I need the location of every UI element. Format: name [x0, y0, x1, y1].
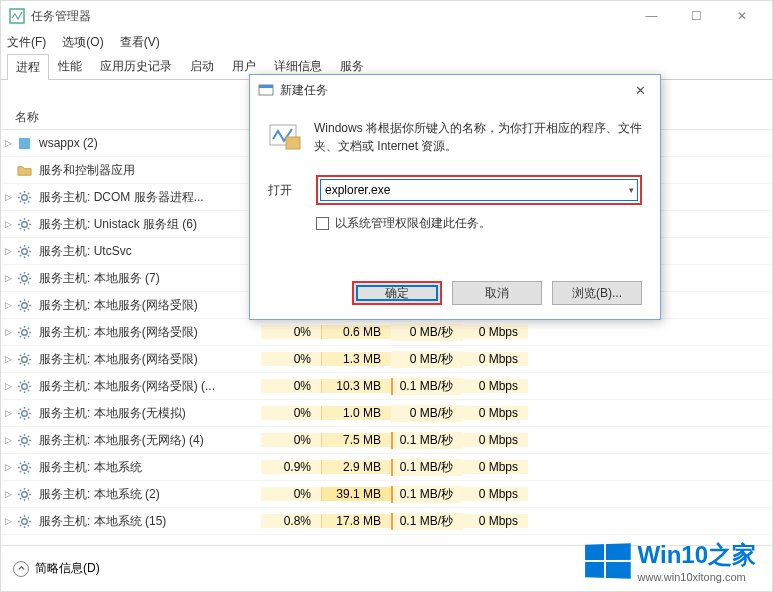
- folder-icon: [15, 162, 33, 178]
- cpu-cell: 0%: [261, 406, 321, 420]
- expand-icon[interactable]: ▷: [1, 246, 15, 256]
- expand-icon[interactable]: ▷: [1, 354, 15, 364]
- disk-cell: 0.1 MB/秒: [391, 378, 463, 395]
- ok-button[interactable]: 确定: [352, 281, 442, 305]
- gear-icon: [15, 243, 33, 259]
- svg-point-4: [21, 248, 27, 254]
- table-row[interactable]: ▷服务主机: 本地系统0.9%2.9 MB0.1 MB/秒0 Mbps: [1, 454, 772, 481]
- close-button[interactable]: ✕: [719, 1, 764, 31]
- window-title: 任务管理器: [31, 8, 629, 25]
- disk-cell: 0.1 MB/秒: [391, 486, 463, 503]
- network-cell: 0 Mbps: [463, 379, 528, 393]
- browse-button[interactable]: 浏览(B)...: [552, 281, 642, 305]
- disk-cell: 0 MB/秒: [391, 405, 463, 422]
- new-task-dialog: 新建任务 ✕ Windows 将根据你所键入的名称，为你打开相应的程序、文件夹、…: [249, 74, 661, 320]
- menu-bar: 文件(F) 选项(O) 查看(V): [1, 31, 772, 53]
- maximize-button[interactable]: ☐: [674, 1, 719, 31]
- tab-startup[interactable]: 启动: [181, 53, 223, 79]
- expand-icon[interactable]: ▷: [1, 462, 15, 472]
- process-name: 服务主机: 本地系统 (15): [39, 513, 261, 530]
- table-row[interactable]: ▷服务主机: 本地系统 (2)0%39.1 MB0.1 MB/秒0 Mbps: [1, 481, 772, 508]
- gear-icon: [15, 270, 33, 286]
- menu-file[interactable]: 文件(F): [7, 34, 46, 51]
- expand-icon[interactable]: ▷: [1, 219, 15, 229]
- dropdown-icon[interactable]: ▾: [629, 185, 634, 195]
- gear-icon: [15, 189, 33, 205]
- memory-cell: 39.1 MB: [321, 487, 391, 501]
- fewer-details-icon[interactable]: [13, 561, 29, 577]
- minimize-button[interactable]: —: [629, 1, 674, 31]
- windows-logo-icon: [585, 543, 631, 578]
- process-name: 服务和控制器应用: [39, 162, 261, 179]
- svg-rect-18: [286, 137, 300, 149]
- cpu-cell: 0.8%: [261, 514, 321, 528]
- gear-icon: [15, 486, 33, 502]
- process-name: 服务主机: 本地服务(网络受限) (...: [39, 378, 261, 395]
- watermark: Win10之家 www.win10xitong.com: [584, 539, 756, 583]
- disk-cell: 0 MB/秒: [391, 351, 463, 368]
- expand-icon[interactable]: ▷: [1, 381, 15, 391]
- table-row[interactable]: ▷服务主机: 本地服务(网络受限)0%0.6 MB0 MB/秒0 Mbps: [1, 319, 772, 346]
- svg-point-9: [21, 383, 27, 389]
- cpu-cell: 0%: [261, 487, 321, 501]
- gear-icon: [15, 378, 33, 394]
- menu-options[interactable]: 选项(O): [62, 34, 103, 51]
- dialog-title: 新建任务: [280, 82, 629, 99]
- expand-icon[interactable]: ▷: [1, 516, 15, 526]
- expand-icon[interactable]: ▷: [1, 138, 15, 148]
- watermark-url: www.win10xitong.com: [638, 571, 756, 583]
- table-row[interactable]: ▷服务主机: 本地服务(无网络) (4)0%7.5 MB0.1 MB/秒0 Mb…: [1, 427, 772, 454]
- open-input[interactable]: [320, 179, 638, 201]
- cpu-cell: 0.9%: [261, 460, 321, 474]
- expand-icon[interactable]: ▷: [1, 273, 15, 283]
- memory-cell: 1.3 MB: [321, 352, 391, 366]
- expand-icon[interactable]: ▷: [1, 489, 15, 499]
- gear-icon: [15, 459, 33, 475]
- svg-rect-1: [18, 137, 29, 148]
- table-row[interactable]: ▷服务主机: 本地服务(网络受限)0%1.3 MB0 MB/秒0 Mbps: [1, 346, 772, 373]
- process-name: 服务主机: 本地服务(网络受限): [39, 351, 261, 368]
- expand-icon[interactable]: ▷: [1, 408, 15, 418]
- disk-cell: 0.1 MB/秒: [391, 432, 463, 449]
- gear-icon: [15, 351, 33, 367]
- tab-app-history[interactable]: 应用历史记录: [91, 53, 181, 79]
- network-cell: 0 Mbps: [463, 460, 528, 474]
- table-row[interactable]: ▷服务主机: 本地服务(网络受限) (...0%10.3 MB0.1 MB/秒0…: [1, 373, 772, 400]
- memory-cell: 0.6 MB: [321, 325, 391, 339]
- watermark-brand: Win10: [638, 541, 708, 568]
- process-name: 服务主机: DCOM 服务器进程...: [39, 189, 261, 206]
- menu-view[interactable]: 查看(V): [120, 34, 160, 51]
- disk-cell: 0.1 MB/秒: [391, 459, 463, 476]
- cancel-button[interactable]: 取消: [452, 281, 542, 305]
- expand-icon[interactable]: ▷: [1, 435, 15, 445]
- svg-point-10: [21, 410, 27, 416]
- svg-point-2: [21, 194, 27, 200]
- window-titlebar: 任务管理器 — ☐ ✕: [1, 1, 772, 31]
- svg-point-5: [21, 275, 27, 281]
- memory-cell: 10.3 MB: [321, 379, 391, 393]
- tab-processes[interactable]: 进程: [7, 54, 49, 80]
- tab-performance[interactable]: 性能: [49, 53, 91, 79]
- process-name: 服务主机: Unistack 服务组 (6): [39, 216, 261, 233]
- network-cell: 0 Mbps: [463, 514, 528, 528]
- expand-icon[interactable]: ▷: [1, 327, 15, 337]
- process-name: 服务主机: 本地服务(网络受限): [39, 297, 261, 314]
- table-row[interactable]: ▷服务主机: 本地服务(无模拟)0%1.0 MB0 MB/秒0 Mbps: [1, 400, 772, 427]
- admin-checkbox[interactable]: [316, 217, 329, 230]
- svg-point-6: [21, 302, 27, 308]
- open-input-highlight: ▾: [316, 175, 642, 205]
- process-name: wsappx (2): [39, 136, 261, 150]
- svg-point-8: [21, 356, 27, 362]
- svg-point-7: [21, 329, 27, 335]
- svg-point-3: [21, 221, 27, 227]
- dialog-titlebar[interactable]: 新建任务 ✕: [250, 75, 660, 105]
- svg-point-14: [21, 518, 27, 524]
- network-cell: 0 Mbps: [463, 352, 528, 366]
- watermark-sub: 之家: [708, 541, 756, 568]
- expand-icon[interactable]: ▷: [1, 192, 15, 202]
- table-row[interactable]: ▷服务主机: 本地系统 (15)0.8%17.8 MB0.1 MB/秒0 Mbp…: [1, 508, 772, 535]
- expand-icon[interactable]: ▷: [1, 300, 15, 310]
- process-name: 服务主机: UtcSvc: [39, 243, 261, 260]
- dialog-close-button[interactable]: ✕: [629, 81, 652, 100]
- fewer-details-label[interactable]: 简略信息(D): [35, 560, 100, 577]
